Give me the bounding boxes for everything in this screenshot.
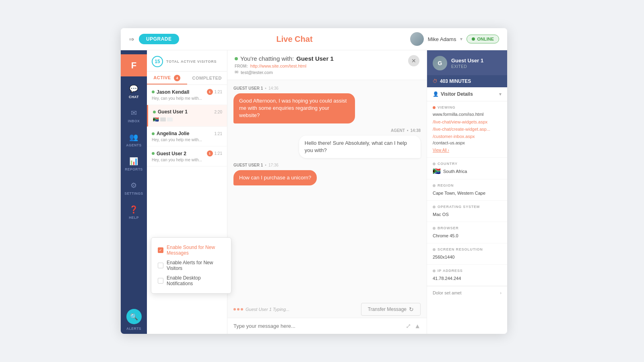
- notif-item-sound[interactable]: ✓ Enable Sound for New Messages: [158, 243, 225, 258]
- message-bubble-guest: Good Afternoon, I was hoping you could a…: [233, 93, 355, 123]
- region-label: REGION: [433, 183, 502, 187]
- list-item[interactable]: Jason Kendall 1 1:21 Hey, can you help m…: [147, 85, 227, 105]
- right-panel: G Guest User 1 EXITED ⏱ 403 MINUTES 👤 Vi…: [427, 50, 507, 334]
- close-chat-button[interactable]: ✕: [408, 55, 419, 66]
- top-bar-right: Mike Adams ▾ ONLINE: [410, 32, 499, 46]
- active-visitors-header: 15 TOTAL ACTIVE VISITORS: [147, 50, 227, 72]
- chat-window: You're chatting with: Guest User 1 FROM:…: [227, 50, 427, 334]
- list-item[interactable]: Angelina Jolie 1:21 Hey, can you help me…: [147, 127, 227, 146]
- browser-label: BROWSER: [433, 226, 502, 230]
- viewing-url-link-1[interactable]: /live-chat/view-widgets.aspx: [433, 119, 487, 124]
- transfer-message-button[interactable]: Transfer Message ↻: [361, 303, 421, 316]
- flag-placeholder2: [167, 117, 173, 121]
- sidebar-label-settings: SETTINGS: [124, 191, 143, 195]
- list-item[interactable]: Guest User 1 2:20 🇿🇦: [147, 105, 227, 127]
- expand-icon[interactable]: ⤢: [406, 322, 411, 330]
- chat-input[interactable]: [233, 323, 402, 329]
- region-dot: [433, 184, 436, 187]
- transfer-typing-row: Guest User 1 Typing... Transfer Message …: [227, 303, 427, 318]
- country-value: South Africa: [443, 169, 467, 174]
- online-dot: [153, 111, 156, 113]
- chat-online-dot: [235, 57, 238, 60]
- typing-dots: [233, 308, 243, 311]
- typing-indicator: Guest User 1 Typing...: [233, 304, 289, 315]
- message-bubble-agent: Hello there! Sure Absolutely, what can I…: [299, 136, 421, 158]
- checkbox-sound[interactable]: ✓: [158, 247, 163, 253]
- chatting-with-prefix: You're chatting with:: [240, 55, 294, 62]
- chat-item-header: Guest User 1 2:20: [153, 109, 222, 115]
- chevron-down-icon[interactable]: ▾: [499, 91, 502, 97]
- sidebar-item-chat[interactable]: 💬 CHAT: [121, 80, 147, 104]
- checkbox-alerts[interactable]: [158, 263, 163, 268]
- alerts-label: ALERTS: [126, 327, 141, 331]
- checkbox-desktop[interactable]: [158, 278, 163, 284]
- sidebar-label-agents: AGENTS: [126, 143, 141, 147]
- collapse-chevron-icon: ›: [500, 290, 502, 295]
- status-pill[interactable]: ONLINE: [466, 35, 499, 43]
- typing-dot: [241, 308, 243, 311]
- view-all-link[interactable]: View All ›: [433, 148, 449, 152]
- sidebar-item-agents[interactable]: 👥 AGENTS: [121, 128, 147, 152]
- inbox-icon: ✉: [131, 109, 137, 117]
- chat-name: Guest User 1: [153, 109, 188, 115]
- guest-avatar: G: [433, 56, 447, 70]
- ip-dot: [433, 269, 436, 272]
- os-label: OPERATING SYSTEM: [433, 205, 502, 209]
- user-dropdown-arrow[interactable]: ▾: [460, 36, 462, 42]
- chat-item-flags: 🇿🇦: [153, 117, 222, 122]
- viewing-url-1: www.formilla.com/iso.html: [433, 111, 502, 118]
- chat-name: Jason Kendall: [152, 89, 189, 95]
- viewing-url-link-3[interactable]: /customer-inbox.aspx: [433, 134, 475, 139]
- sidebar-logo[interactable]: F: [121, 54, 147, 76]
- chat-meta: FROM: http://www.site.com/test.html ✉ te…: [235, 64, 334, 75]
- sidebar-item-reports[interactable]: 📊 REPORTS: [121, 152, 147, 176]
- msg-sender-name: GUEST USER 1: [233, 86, 263, 90]
- os-dot: [433, 206, 436, 208]
- help-icon: ❓: [129, 205, 138, 214]
- chat-header-info: You're chatting with: Guest User 1 FROM:…: [235, 55, 334, 75]
- notif-item-alerts[interactable]: Enable Alerts for New Visitors: [158, 258, 225, 273]
- notif-label-desktop: Enable Desktop Notifications: [167, 275, 225, 286]
- arrow-up-icon[interactable]: ▲: [414, 323, 421, 330]
- country-dot: [433, 162, 436, 165]
- chat-time: 1:21: [215, 90, 222, 94]
- collapse-label: Dolor set amet: [433, 290, 462, 295]
- chat-item-header: Jason Kendall 1 1:21: [152, 89, 222, 95]
- detail-collapse[interactable]: Dolor set amet ›: [427, 286, 507, 299]
- arrows-icon[interactable]: ⇒: [129, 35, 134, 43]
- guest-name: Guest User 1: [451, 58, 483, 64]
- country-label: COUNTRY: [433, 162, 502, 166]
- list-item[interactable]: Guest User 2 1 1:21 Hey, can you help me…: [147, 146, 227, 167]
- notifications-popup: ✓ Enable Sound for New Messages Enable A…: [151, 237, 231, 294]
- alerts-button[interactable]: 🔍: [126, 309, 142, 324]
- top-bar: ⇒ UPGRADE Live Chat Mike Adams ▾ ONLINE: [121, 28, 507, 50]
- browser-value: Chrome 45.0: [433, 233, 458, 238]
- input-icons: ⤢ ▲: [406, 322, 421, 330]
- sidebar-item-settings[interactable]: ⚙ SETTINGS: [121, 176, 147, 200]
- from-url[interactable]: http://www.site.com/test.html: [250, 64, 306, 68]
- msg-time: •: [265, 86, 266, 90]
- online-dot: [152, 132, 155, 135]
- page-title: Live Chat: [179, 35, 410, 44]
- agent-label: AGENT • 14:38: [391, 128, 421, 133]
- chatting-with-name: Guest User 1: [296, 55, 334, 62]
- person-icon: 👤: [433, 91, 439, 97]
- resolution-dot: [433, 248, 436, 251]
- country-row: 🇿🇦 South Africa: [433, 167, 502, 175]
- notif-item-desktop[interactable]: Enable Desktop Notifications: [158, 273, 225, 288]
- sidebar-item-help[interactable]: ❓ HELP: [121, 200, 147, 224]
- reports-icon: 📊: [129, 157, 138, 166]
- sidebar-item-inbox[interactable]: ✉ INBOX: [121, 104, 147, 128]
- upgrade-button[interactable]: UPGRADE: [139, 34, 179, 44]
- notif-badge: 1: [207, 150, 213, 156]
- visitor-details-header[interactable]: 👤 Visitor Details ▾: [427, 87, 507, 101]
- detail-section-viewing: VIEWING www.formilla.com/iso.html /live-…: [427, 101, 507, 158]
- online-dot: [152, 152, 155, 155]
- message-group: GUEST USER 1 • 14:36 Good Afternoon, I w…: [233, 86, 421, 123]
- chat-name: Guest User 2: [152, 151, 186, 156]
- viewing-url-link-2[interactable]: /live-chat/create-widget.asp...: [433, 127, 490, 132]
- tab-active[interactable]: ACTIVE 4: [147, 72, 187, 84]
- tab-completed[interactable]: COMPLETED: [187, 72, 227, 84]
- flag-placeholder: [160, 117, 166, 121]
- transfer-icon: ↻: [409, 306, 414, 313]
